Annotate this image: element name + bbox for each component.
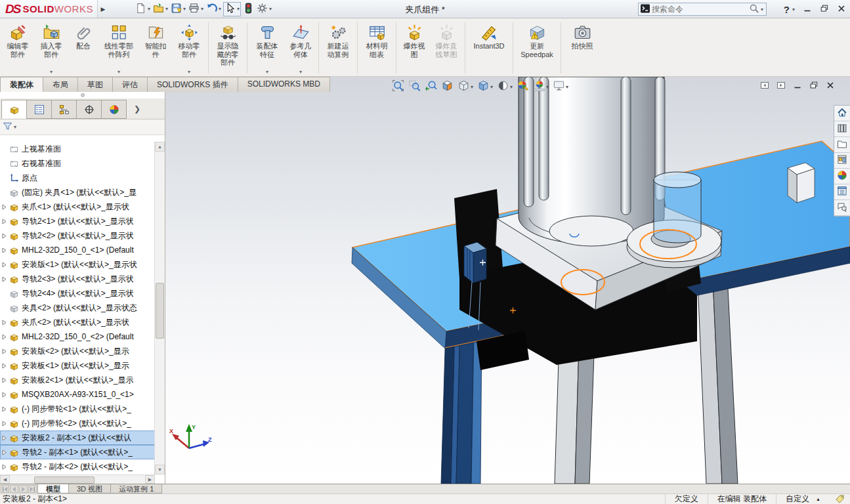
- tree-item[interactable]: 导轨2<4> (默认<<默认>_显示状: [0, 286, 155, 301]
- ribbon-button-move-component[interactable]: 移动零 部件▾: [172, 20, 206, 76]
- expand-arrow-icon[interactable]: [0, 363, 9, 369]
- tree-item[interactable]: 夹爪<1> (默认<<默认>_显示状: [0, 200, 155, 214]
- tree-item[interactable]: 安装版<2> (默认<<默认>_显示: [0, 344, 155, 358]
- tree-item[interactable]: 安装板2<1> (默认<<默认>_显示: [0, 373, 155, 387]
- nav-prev-button[interactable]: [10, 485, 18, 493]
- tab-评估[interactable]: 评估: [112, 77, 148, 92]
- docwin-win-close[interactable]: [826, 81, 835, 92]
- expand-arrow-icon[interactable]: [0, 464, 9, 470]
- prev-view-button[interactable]: [425, 79, 437, 94]
- tree-item[interactable]: MHL2-32D_150_0_<2> (Default: [0, 329, 155, 344]
- tab-SOLIDWORKS 插件[interactable]: SOLIDWORKS 插件: [147, 77, 238, 92]
- tree-item[interactable]: 原点: [0, 171, 155, 185]
- taskpane-home-button[interactable]: [834, 106, 849, 121]
- transparent-cylinder[interactable]: [654, 172, 701, 243]
- apply-scene-button[interactable]: ▾: [533, 79, 549, 94]
- filter-caret[interactable]: ▾: [14, 124, 16, 130]
- tree-item[interactable]: (固定) 夹具<1> (默认<<默认>_显: [0, 185, 155, 200]
- view-orientation-button[interactable]: ▾: [457, 79, 473, 94]
- taskpane-design-library-button[interactable]: [834, 121, 849, 137]
- tab-SOLIDWORKS MBD[interactable]: SOLIDWORKS MBD: [238, 77, 330, 92]
- ribbon-button-speedpak[interactable]: 更新 Speedpak: [515, 20, 559, 76]
- edit-appearance-button[interactable]: [517, 79, 529, 94]
- new-document-button[interactable]: ▾: [135, 2, 151, 16]
- zoom-fit-button[interactable]: [392, 79, 404, 94]
- expand-arrow-icon[interactable]: [0, 450, 9, 455]
- open-document-button[interactable]: ▾: [152, 2, 169, 16]
- rail-blue-selected[interactable]: [441, 327, 482, 484]
- print-document-button[interactable]: ▾: [188, 2, 204, 16]
- panel-tab-properties[interactable]: [26, 100, 52, 119]
- ribbon-button-linear-pattern[interactable]: 线性零部 件阵列▾: [98, 20, 139, 76]
- tree-item[interactable]: 导轨2<3> (默认<<默认>_显示状: [0, 272, 155, 286]
- tree-item[interactable]: 上视基准面: [0, 142, 155, 156]
- expand-arrow-icon[interactable]: [0, 320, 9, 326]
- scroll-down-button[interactable]: ▼: [155, 465, 165, 474]
- doc-tab-3D 视图[interactable]: 3D 视图: [68, 484, 111, 494]
- expand-arrow-icon[interactable]: [0, 233, 9, 239]
- tree-item[interactable]: (-) 同步带轮<2> (默认<<默认>_: [0, 416, 155, 430]
- taskpane-appearances-button[interactable]: [834, 169, 849, 184]
- panel-grip[interactable]: [0, 92, 165, 98]
- expand-arrow-icon[interactable]: [0, 435, 9, 441]
- nav-next-button[interactable]: [19, 485, 28, 493]
- ribbon-button-exploded-view[interactable]: 爆炸视 图: [398, 20, 430, 76]
- taskpane-file-explorer-button[interactable]: [834, 137, 849, 153]
- ribbon-button-instant3d[interactable]: Instant3D: [467, 20, 511, 76]
- expand-arrow-icon[interactable]: [0, 219, 9, 224]
- doc-tab-模型[interactable]: 模型: [37, 484, 69, 494]
- scroll-left-button[interactable]: ◀: [0, 475, 10, 484]
- ribbon-button-smart-fasteners[interactable]: 智能扣 件: [139, 20, 172, 76]
- docwin-win-min[interactable]: [793, 81, 802, 92]
- panel-tab-appearances[interactable]: [101, 100, 127, 119]
- tab-装配体[interactable]: 装配体: [0, 77, 43, 92]
- docwin-pane-right[interactable]: [776, 81, 786, 92]
- taskpane-forum-button[interactable]: [834, 200, 849, 216]
- tree-item[interactable]: 导轨2<2> (默认<<默认>_显示状: [0, 228, 155, 243]
- taskpane-view-palette-button[interactable]: [834, 153, 849, 169]
- ribbon-button-show-hidden[interactable]: 显示隐 藏的零 部件: [211, 20, 245, 76]
- expand-arrow-icon[interactable]: [0, 262, 9, 268]
- hscroll-thumb[interactable]: [34, 476, 95, 484]
- filter-funnel-icon[interactable]: [3, 121, 12, 133]
- selection-traffic-light-button[interactable]: [242, 2, 255, 16]
- scroll-up-button[interactable]: ▲: [155, 142, 165, 152]
- tree-horizontal-scrollbar[interactable]: ◀ ▶: [0, 474, 155, 484]
- tree-item[interactable]: (-) 同步带轮<1> (默认<<默认>_: [0, 402, 155, 416]
- section-view-button[interactable]: [441, 79, 454, 94]
- ribbon-button-reference-geometry[interactable]: 参考几 何体▾: [285, 20, 316, 76]
- search-dropdown-caret[interactable]: ▾: [761, 7, 763, 12]
- taskpane-custom-properties-button[interactable]: [834, 184, 849, 200]
- tab-布局[interactable]: 布局: [43, 77, 78, 92]
- expand-arrow-icon[interactable]: [0, 421, 9, 427]
- panel-tab-dimxpert[interactable]: [76, 100, 102, 119]
- ribbon-button-assembly-features[interactable]: 装配体 特征▾: [249, 20, 285, 76]
- ribbon-button-edit-component[interactable]: 编辑零 部件: [1, 20, 34, 76]
- tree-item[interactable]: 安装板2 - 副本<1> (默认<<默认: [0, 430, 155, 445]
- view-settings-button[interactable]: ▾: [553, 79, 568, 94]
- close-button[interactable]: [837, 4, 846, 15]
- hide-show-items-button[interactable]: ▾: [497, 79, 513, 94]
- tree-item[interactable]: 安装版<1> (默认<<默认>_显示状: [0, 257, 155, 272]
- panel-tab-featuremanager[interactable]: [1, 100, 27, 119]
- command-search[interactable]: ▾: [638, 3, 767, 16]
- ribbon-button-insert-component[interactable]: 插入零 部件▾: [34, 20, 68, 76]
- status-tag-icon[interactable]: [830, 494, 850, 504]
- tree-item[interactable]: 导轨2 - 副本<1> (默认<<默认>_: [0, 445, 155, 459]
- options-button[interactable]: ▾: [256, 2, 272, 16]
- search-input[interactable]: [650, 4, 749, 14]
- expand-arrow-icon[interactable]: [0, 406, 9, 412]
- menu-expand-arrow[interactable]: ▶: [98, 1, 108, 17]
- status-customize[interactable]: 自定义▲: [776, 494, 830, 504]
- tree-item[interactable]: MHL2-32D_150_0_<1> (Default: [0, 243, 155, 257]
- select-tool-button[interactable]: ▾: [223, 2, 241, 16]
- scroll-thumb[interactable]: [156, 283, 164, 339]
- tree-vertical-scrollbar[interactable]: ▲ ▼: [154, 142, 165, 474]
- search-icon[interactable]: [749, 3, 759, 16]
- expand-arrow-icon[interactable]: [0, 204, 9, 210]
- panel-tabs-overflow[interactable]: ❯: [134, 104, 140, 114]
- doc-tab-运动算例 1[interactable]: 运动算例 1: [110, 484, 162, 494]
- nav-first-button[interactable]: [1, 485, 9, 493]
- tree-item[interactable]: 导轨2 - 副本<2> (默认<<默认>_: [0, 459, 155, 474]
- help-button[interactable]: ?: [784, 4, 790, 15]
